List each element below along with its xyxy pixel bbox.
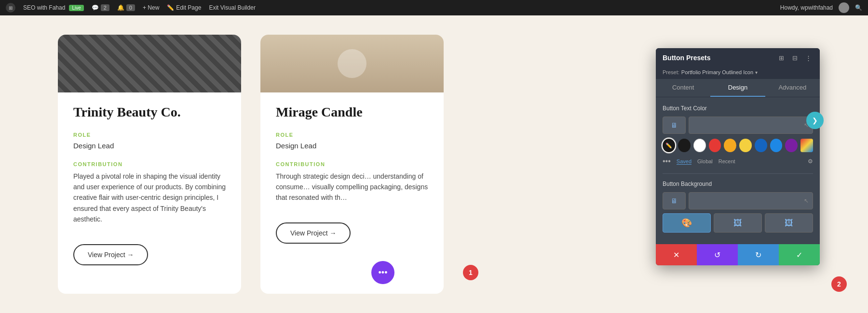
redo-button[interactable]: ↻ [738,244,779,265]
card-2-contribution-text: Through strategic design deci… understan… [276,171,428,203]
redo-icon: ↻ [755,250,761,260]
edit-page-link[interactable]: ✏️ Edit Page [167,4,201,11]
cancel-button[interactable]: ✕ [656,244,697,265]
right-floating-arrow-button[interactable] [806,112,824,129]
wp-icon: ⊞ [6,3,15,13]
text-color-device-icon-box[interactable]: 🖥 [663,117,686,134]
card-1-role-label: ROLE [73,132,226,138]
pen-swatch[interactable]: ✏️ [663,139,675,152]
dots-icon: ••• [379,268,388,278]
panel-header-icons: ⊞ ⊟ ⋮ [776,53,813,63]
panel-columns-icon[interactable]: ⊟ [790,53,800,63]
bg-cursor-icon: ↖ [804,197,809,204]
panel-more-icon[interactable]: ⋮ [803,53,813,63]
admin-bar: ⊞ SEO with Fahad Live 💬 2 🔔 0 + New ✏️ E… [0,0,868,15]
panel-divider [663,173,813,174]
panel-body: Button Text Color 🖥 ↖ ✏️ [656,97,820,244]
color-tab-settings-icon[interactable]: ⚙ [808,158,813,165]
bg-option-buttons: 🎨 🖼 🖼 [663,213,813,233]
undo-button[interactable]: ↺ [697,244,738,265]
color-tab-global[interactable]: Global [697,158,713,164]
cancel-icon: ✕ [673,250,679,260]
swatch-black[interactable] [678,139,691,152]
card-2-role-label: ROLE [276,132,428,138]
panel-tabs: Content Design Advanced [656,79,820,97]
text-color-input-row: 🖥 ↖ [663,117,813,134]
badge-1: 1 [463,265,478,280]
card-1-contribution-label: CONTRIBUTION [73,161,226,167]
card-1-image-pattern [58,35,241,92]
notif-count: 0 [126,4,135,11]
admin-bar-right: Howdy, wpwithfahad 🔍 [780,2,862,13]
swatch-yellow[interactable] [739,139,752,152]
color-tab-recent[interactable]: Recent [719,158,735,164]
tab-advanced[interactable]: Advanced [765,79,820,97]
search-icon[interactable]: 🔍 [855,4,862,11]
button-presets-panel: Button Presets ⊞ ⊟ ⋮ Preset: Portfolio P… [656,48,820,265]
panel-title: Button Presets [663,54,711,62]
panel-preset-bar: Preset: Portfolio Primary Outlined Icon … [656,67,820,79]
notifications-link[interactable]: 🔔 0 [117,4,135,11]
card-1-title: Trinity Beauty Co. [73,104,226,120]
undo-icon: ↺ [714,250,720,260]
exit-visual-builder-link[interactable]: Exit Visual Builder [209,4,256,11]
panel-grid-icon[interactable]: ⊞ [776,53,786,63]
card-2-image [260,35,444,92]
bg-image2-option[interactable]: 🖼 [765,213,813,233]
bg-color-input-field[interactable]: ↖ [689,192,813,209]
image2-icon: 🖼 [785,218,793,228]
card-1-view-project-button[interactable]: View Project → [73,244,148,265]
swatch-orange[interactable] [724,139,736,152]
card-1-role: Design Lead [73,142,226,150]
color-wheel-icon: 🎨 [681,218,692,228]
tab-content[interactable]: Content [656,79,710,97]
badge-2: 2 [831,276,847,292]
button-text-color-label: Button Text Color [663,105,813,112]
portfolio-card-2: Mirage Candle ROLE Design Lead CONTRIBUT… [260,35,444,294]
card-2-image-pattern [260,35,444,92]
swatch-blue[interactable] [770,139,783,152]
live-badge: Live [69,5,83,11]
swatch-red[interactable] [709,139,721,152]
preset-value: Portfolio Primary Outlined Icon [681,69,753,75]
wp-logo[interactable]: ⊞ [6,3,15,13]
floating-menu-button[interactable]: ••• [371,261,394,284]
more-dots-button[interactable]: ••• [663,157,671,166]
monitor-icon: 🖥 [671,121,678,129]
swatch-white[interactable] [693,139,706,152]
card-1-body: Trinity Beauty Co. ROLE Design Lead CONT… [58,92,241,265]
bg-device-icon-box[interactable]: 🖥 [663,192,686,209]
main-content: Trinity Beauty Co. ROLE Design Lead CONT… [0,15,868,313]
card-2-title: Mirage Candle [276,104,428,120]
card-2-role: Design Lead [276,142,428,150]
comment-count: 2 [101,4,109,11]
bg-input-row: 🖥 ↖ [663,192,813,209]
text-color-input-field[interactable]: ↖ [689,117,813,134]
card-2-body: Mirage Candle ROLE Design Lead CONTRIBUT… [260,92,444,244]
bg-color-option[interactable]: 🎨 [663,213,711,233]
swatch-gradient[interactable] [800,139,813,152]
button-background-label: Button Background [663,181,813,187]
user-avatar[interactable] [839,2,849,13]
color-swatches-row: ✏️ [663,139,813,152]
card-2-contribution-label: CONTRIBUTION [276,161,428,167]
confirm-icon: ✓ [796,250,802,260]
preset-dropdown-arrow[interactable]: ▾ [755,70,758,75]
image-icon: 🖼 [733,218,742,228]
portfolio-card-1: Trinity Beauty Co. ROLE Design Lead CONT… [58,35,241,294]
panel-footer: ✕ ↺ ↻ ✓ [656,244,820,265]
color-tab-saved[interactable]: Saved [677,158,692,165]
card-2-view-project-button[interactable]: View Project → [276,222,351,244]
color-tabs-row: ••• Saved Global Recent ⚙ [663,157,813,166]
swatch-dark-blue[interactable] [755,139,767,152]
tab-design[interactable]: Design [710,79,765,97]
bg-monitor-icon: 🖥 [671,197,678,205]
user-greeting: Howdy, wpwithfahad [780,4,833,11]
confirm-button[interactable]: ✓ [779,244,820,265]
site-name[interactable]: SEO with Fahad Live [23,4,84,11]
comments-link[interactable]: 💬 2 [92,4,109,11]
panel-header: Button Presets ⊞ ⊟ ⋮ [656,48,820,67]
new-content-button[interactable]: + New [143,4,159,11]
swatch-purple[interactable] [785,139,798,152]
bg-image-option[interactable]: 🖼 [714,213,762,233]
